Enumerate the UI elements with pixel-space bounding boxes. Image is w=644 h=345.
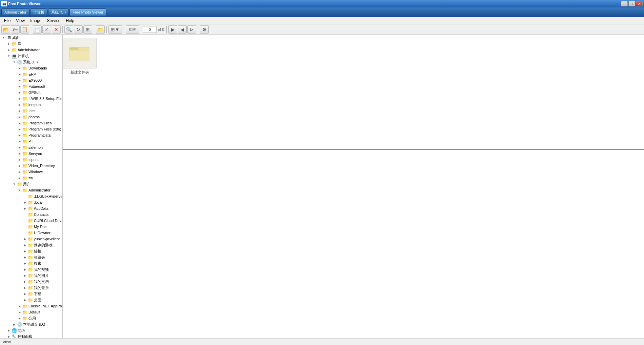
expander-admin-user[interactable]: ▼ (17, 187, 22, 193)
tree-item-computer[interactable]: ▼💻计算机 (0, 53, 62, 59)
menu-service[interactable]: Service (44, 17, 63, 24)
taskbar-item-system[interactable]: 系统 (C:) (48, 8, 69, 16)
tree-item-my-pictures[interactable]: ▶📁我的图片 (0, 272, 62, 279)
tree-item-contacts[interactable]: 📁Contacts (0, 211, 62, 218)
expander-my-documents[interactable]: ▶ (22, 279, 28, 284)
expander-ilwis[interactable]: ▶ (17, 96, 22, 101)
tree-item-search[interactable]: ▶📁搜索 (0, 260, 62, 266)
expander-pt[interactable]: ▶ (17, 139, 22, 144)
tree-item-my-music[interactable]: ▶📁我的音乐 (0, 285, 62, 291)
menu-file[interactable]: File (1, 17, 13, 24)
nav-end-button[interactable]: ⊳ (187, 25, 196, 34)
maximize-button[interactable]: □ (628, 1, 635, 6)
tree-item-classic-net[interactable]: ▶📁Classic .NET AppPool (0, 303, 62, 309)
expander-local-disk-d[interactable]: ▶ (12, 322, 17, 327)
tree-item-erp[interactable]: ▶📁ERP (0, 71, 62, 77)
taskbar-item-viewer[interactable]: Free Photo Viewer (69, 8, 106, 16)
tree-item-ex9000[interactable]: ▶📁EX9000 (0, 77, 62, 83)
expander-search[interactable]: ▶ (22, 261, 28, 266)
expander-ldsbox[interactable] (22, 194, 28, 199)
menu-help[interactable]: Help (63, 17, 77, 24)
expander-appdata[interactable]: ▶ (22, 206, 28, 211)
rotate-button[interactable]: ↻ (74, 25, 83, 34)
exif-button[interactable]: EXIF (126, 25, 139, 34)
delete-button[interactable]: ✕ (52, 25, 61, 34)
zoom-in-button[interactable]: 🔍 (64, 25, 73, 34)
tree-item-network[interactable]: ▶🌐网络 (0, 327, 62, 333)
close-button[interactable]: ✕ (636, 1, 643, 6)
tree-item-my-videos[interactable]: ▶📁我的视频 (0, 266, 62, 272)
tree-item-programdata[interactable]: ▶📁ProgramData (0, 132, 62, 138)
tree-item-zw[interactable]: ▶📁zw (0, 175, 62, 181)
expander-my-videos[interactable]: ▶ (22, 267, 28, 272)
settings-button[interactable]: ⚙ (200, 25, 209, 34)
expander-desktop-user[interactable]: ▶ (22, 297, 28, 303)
expander-recycle[interactable]: ▶ (6, 41, 12, 46)
tree-item-default[interactable]: ▶📁Default (0, 309, 62, 315)
expander-intel[interactable]: ▶ (17, 108, 22, 114)
expander-contacts[interactable] (22, 212, 28, 217)
file-item-新建文件夹[interactable]: 新建文件夹 (66, 38, 93, 75)
tree-item-saved-games[interactable]: ▶📁保存的游戏 (0, 242, 62, 248)
tree-item-inetpub[interactable]: ▶📁inetpub (0, 102, 62, 108)
tree-item-tsprint[interactable]: ▶📁tsprint (0, 157, 62, 163)
tree-item-curlcloud[interactable]: 📁CURLCloud Drive (0, 218, 62, 224)
expander-video-dir[interactable]: ▶ (17, 163, 22, 168)
copy-button[interactable]: 📄 (33, 25, 42, 34)
expander-servyou[interactable]: ▶ (17, 151, 22, 156)
expander-classic-net[interactable]: ▶ (17, 303, 22, 309)
expander-ex9000[interactable]: ▶ (17, 78, 22, 83)
tree-item-servyou[interactable]: ▶📁Servyou (0, 150, 62, 157)
tree-item-photos[interactable]: ▶📁photos (0, 114, 62, 120)
taskbar-item-administrator[interactable]: Administrator (1, 8, 29, 16)
expander-uidowner[interactable] (22, 230, 28, 236)
tree-item-safemon[interactable]: ▶📁safemon (0, 144, 62, 150)
expander-gpsoft[interactable]: ▶ (17, 90, 22, 95)
tree-item-administrator-root[interactable]: ▶📁Administrator (0, 47, 62, 53)
tree-item-desktop[interactable]: ▼🖥桌面 (0, 35, 62, 41)
tree-item-pt[interactable]: ▶📁PT (0, 138, 62, 144)
expander-default[interactable]: ▶ (17, 309, 22, 315)
minimize-button[interactable]: ─ (621, 1, 628, 6)
tree-item-favorites[interactable]: ▶📁收藏夹 (0, 254, 62, 260)
tree-item-intel[interactable]: ▶📁Intel (0, 108, 62, 114)
view-toggle[interactable]: ⊞▼ (108, 25, 122, 34)
tree-item-local[interactable]: ▶📁.local (0, 199, 62, 205)
expander-photos[interactable]: ▶ (17, 114, 22, 120)
nav-next-button[interactable]: ▶ (168, 25, 177, 34)
nav-prev-button[interactable]: ◀ (178, 25, 187, 34)
expander-yunxin[interactable]: ▶ (22, 236, 28, 242)
tree-item-program-files-x86[interactable]: ▶📁Program Files (x86) (0, 126, 62, 132)
expander-futuresoft[interactable]: ▶ (17, 84, 22, 89)
expander-desktop[interactable]: ▼ (1, 35, 6, 40)
page-number-input[interactable] (143, 26, 157, 33)
expander-programdata[interactable]: ▶ (17, 133, 22, 138)
tree-item-recycle[interactable]: ▶📁库 (0, 41, 62, 47)
expander-control-panel[interactable]: ▶ (6, 334, 12, 338)
expander-administrator-root[interactable]: ▶ (6, 47, 12, 53)
tree-item-video-dir[interactable]: ▶📁Video_Directory (0, 163, 62, 169)
taskbar-item-computer[interactable]: 计算机 (30, 8, 47, 16)
tree-item-admin-user[interactable]: ▼📁Administrator (0, 187, 62, 193)
tree-item-program-files[interactable]: ▶📁Program Files (0, 120, 62, 126)
folder-button[interactable]: 📁 (96, 25, 105, 34)
tree-item-control-panel[interactable]: ▶🔧控制面板 (0, 333, 62, 338)
tree-item-ldsbox[interactable]: 📁.LDSBoxHypervisorGh... (0, 193, 62, 199)
tree-item-yunxin[interactable]: ▶📁yunxin-pc-client (0, 236, 62, 242)
expander-program-files[interactable]: ▶ (17, 120, 22, 126)
expander-system-c[interactable]: ▼ (12, 59, 17, 65)
check-button[interactable]: ✓ (42, 25, 51, 34)
expander-my-music[interactable]: ▶ (22, 285, 28, 290)
expander-public[interactable]: ▶ (17, 316, 22, 321)
expander-tsprint[interactable]: ▶ (17, 157, 22, 162)
tree-item-local-disk-d[interactable]: ▶💿本地磁盘 (D:) (0, 321, 62, 327)
open2-button[interactable]: 🗁 (11, 25, 20, 34)
expander-my-pictures[interactable]: ▶ (22, 273, 28, 278)
tree-item-ilwis[interactable]: ▶📁ILWIS 3.3 Setup Files (0, 96, 62, 102)
expander-safemon[interactable]: ▶ (17, 145, 22, 150)
expander-mydoc[interactable] (22, 224, 28, 229)
expander-downloads-user[interactable]: ▶ (22, 291, 28, 297)
expander-network[interactable]: ▶ (6, 328, 12, 333)
tree-item-uidowner[interactable]: 📁UIDowner (0, 230, 62, 236)
expander-local[interactable]: ▶ (22, 200, 28, 205)
